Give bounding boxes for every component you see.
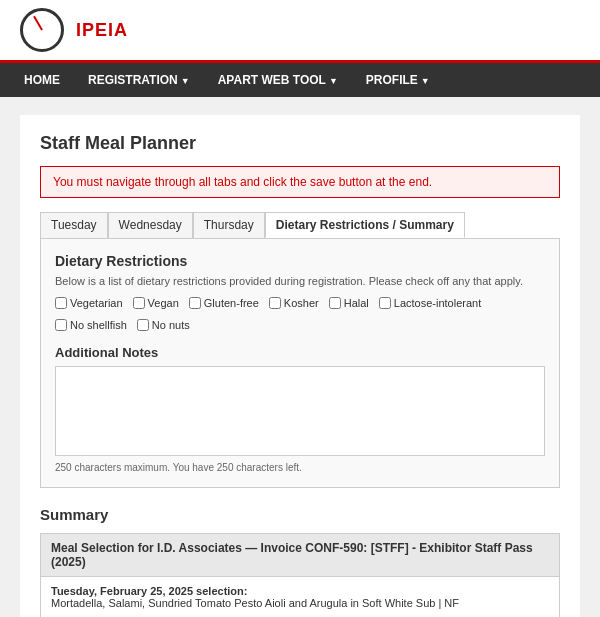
- checkbox-halal-input[interactable]: [329, 297, 341, 309]
- checkbox-vegan[interactable]: Vegan: [133, 297, 179, 309]
- tab-tuesday[interactable]: Tuesday: [40, 212, 108, 238]
- tab-thursday[interactable]: Thursday: [193, 212, 265, 238]
- logo-icon: [20, 8, 64, 52]
- summary-section: Summary Meal Selection for I.D. Associat…: [40, 506, 560, 617]
- checkbox-kosher[interactable]: Kosher: [269, 297, 319, 309]
- summary-box: Meal Selection for I.D. Associates — Inv…: [40, 533, 560, 617]
- nav-link-profile[interactable]: PROFILE▼: [352, 63, 444, 97]
- logo: IPEIA: [20, 8, 128, 52]
- dietary-title: Dietary Restrictions: [55, 253, 545, 269]
- checkbox-lactose[interactable]: Lactose-intolerant: [379, 297, 481, 309]
- dietary-section: Dietary Restrictions Below is a list of …: [55, 253, 545, 331]
- nav-link-registration[interactable]: REGISTRATION▼: [74, 63, 204, 97]
- notes-label: Additional Notes: [55, 345, 545, 360]
- checkbox-gluten-free-input[interactable]: [189, 297, 201, 309]
- dietary-checkboxes: Vegetarian Vegan Gluten-free Kosher Hala…: [55, 297, 545, 331]
- checkbox-lactose-input[interactable]: [379, 297, 391, 309]
- checkbox-gluten-free[interactable]: Gluten-free: [189, 297, 259, 309]
- checkbox-no-nuts[interactable]: No nuts: [137, 319, 190, 331]
- page-title: Staff Meal Planner: [40, 133, 560, 154]
- nav-link-apart[interactable]: APART WEB TOOL▼: [204, 63, 352, 97]
- dietary-description: Below is a list of dietary restrictions …: [55, 275, 545, 287]
- notes-section: Additional Notes 250 characters maximum.…: [55, 345, 545, 473]
- notes-textarea[interactable]: [55, 366, 545, 456]
- summary-title: Summary: [40, 506, 560, 523]
- nav-item-apart[interactable]: APART WEB TOOL▼: [204, 63, 352, 97]
- summary-header: Meal Selection for I.D. Associates — Inv…: [41, 534, 559, 577]
- tab-bar: Tuesday Wednesday Thursday Dietary Restr…: [40, 212, 560, 238]
- summary-body: Tuesday, February 25, 2025 selection: Mo…: [41, 577, 559, 617]
- tab-content: Dietary Restrictions Below is a list of …: [40, 238, 560, 488]
- checkbox-vegan-input[interactable]: [133, 297, 145, 309]
- dropdown-arrow: ▼: [181, 76, 190, 86]
- nav-item-profile[interactable]: PROFILE▼: [352, 63, 444, 97]
- tuesday-value: Mortadella, Salami, Sundried Tomato Pest…: [51, 597, 549, 609]
- tab-dietary-summary[interactable]: Dietary Restrictions / Summary: [265, 212, 465, 238]
- logo-needle: [33, 16, 43, 31]
- checkbox-vegetarian-input[interactable]: [55, 297, 67, 309]
- checkbox-halal[interactable]: Halal: [329, 297, 369, 309]
- checkbox-shellfish[interactable]: No shellfish: [55, 319, 127, 331]
- nav-link-home[interactable]: HOME: [10, 63, 74, 97]
- checkbox-shellfish-input[interactable]: [55, 319, 67, 331]
- tab-wednesday[interactable]: Wednesday: [108, 212, 193, 238]
- dropdown-arrow: ▼: [421, 76, 430, 86]
- main-content: Staff Meal Planner You must navigate thr…: [20, 115, 580, 617]
- logo-text: IPEIA: [76, 20, 128, 41]
- nav-item-registration[interactable]: REGISTRATION▼: [74, 63, 204, 97]
- site-header: IPEIA: [0, 0, 600, 63]
- day-entry-tuesday: Tuesday, February 25, 2025 selection: Mo…: [51, 585, 549, 609]
- nav-item-home[interactable]: HOME: [10, 63, 74, 97]
- checkbox-no-nuts-input[interactable]: [137, 319, 149, 331]
- dropdown-arrow: ▼: [329, 76, 338, 86]
- tuesday-label: Tuesday, February 25, 2025 selection:: [51, 585, 549, 597]
- warning-message: You must navigate through all tabs and c…: [40, 166, 560, 198]
- main-nav: HOME REGISTRATION▼ APART WEB TOOL▼ PROFI…: [0, 63, 600, 97]
- checkbox-vegetarian[interactable]: Vegetarian: [55, 297, 123, 309]
- char-count: 250 characters maximum. You have 250 cha…: [55, 462, 545, 473]
- checkbox-kosher-input[interactable]: [269, 297, 281, 309]
